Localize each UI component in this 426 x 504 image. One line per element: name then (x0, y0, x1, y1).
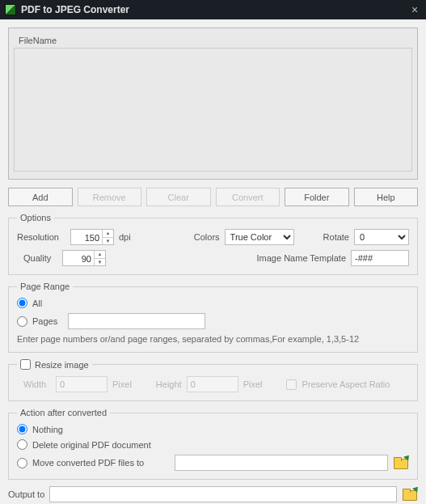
resize-height-unit: Pixel (243, 379, 263, 389)
file-list-panel: FileName (8, 28, 418, 180)
pagerange-pages-row[interactable]: Pages (17, 313, 409, 329)
resolution-input[interactable] (71, 230, 102, 246)
action-delete-radio[interactable] (17, 439, 27, 450)
pagerange-all-row[interactable]: All (17, 298, 409, 308)
close-icon[interactable]: × (408, 3, 421, 16)
preserve-aspect-checkbox (286, 379, 297, 390)
action-move-input[interactable] (175, 455, 388, 471)
action-group: Action after converted Nothing Delete or… (8, 408, 418, 480)
resize-width-unit: Pixel (112, 379, 132, 389)
browse-move-folder-icon[interactable] (393, 456, 409, 469)
pagerange-pages-label: Pages (32, 316, 63, 326)
pagerange-all-radio[interactable] (17, 298, 27, 308)
template-input[interactable] (351, 250, 409, 266)
preserve-aspect-label: Preserve Aspect Ratio (302, 379, 390, 389)
output-row: Output to (8, 486, 418, 502)
action-nothing-label: Nothing (32, 425, 63, 434)
action-delete-label: Delete original PDF document (32, 440, 151, 450)
browse-output-folder-icon[interactable] (402, 488, 418, 501)
titlebar: PDF to JPEG Converter × (0, 0, 426, 19)
action-nothing-row[interactable]: Nothing (17, 424, 409, 434)
spin-down-icon[interactable]: ▼ (103, 238, 113, 245)
resize-legend-label: Resize image (35, 360, 89, 370)
rotate-label: Rotate (323, 232, 349, 242)
action-delete-row[interactable]: Delete original PDF document (17, 439, 409, 450)
spin-up-icon[interactable]: ▲ (95, 251, 105, 259)
resolution-unit: dpi (119, 232, 131, 242)
rotate-select[interactable]: 0 (354, 229, 409, 245)
pagerange-legend: Page Range (17, 282, 73, 291)
resize-legend[interactable]: Resize image (17, 359, 92, 370)
pagerange-group: Page Range All Pages Enter page numbers … (8, 282, 418, 353)
remove-button: Remove (78, 188, 142, 206)
resize-height-input (187, 376, 238, 392)
colors-label: Colors (194, 232, 220, 242)
resize-width-label: Width (23, 379, 51, 389)
quality-label: Quality (23, 253, 57, 263)
quality-spinner[interactable]: ▲▼ (62, 250, 106, 266)
resize-width-input (56, 376, 108, 392)
folder-button[interactable]: Folder (285, 188, 349, 206)
file-list[interactable] (14, 49, 412, 172)
spin-down-icon[interactable]: ▼ (95, 259, 105, 266)
preserve-aspect-row: Preserve Aspect Ratio (286, 379, 390, 390)
app-icon (5, 4, 16, 15)
resize-checkbox[interactable] (20, 359, 31, 370)
action-move-row[interactable]: Move converted PDF files to (17, 455, 409, 471)
resize-height-label: Height (156, 379, 182, 389)
client-area: FileName Add Remove Clear Convert Folder… (0, 19, 426, 504)
clear-button: Clear (146, 188, 211, 206)
options-legend: Options (17, 213, 54, 222)
convert-button: Convert (216, 188, 280, 206)
add-button[interactable]: Add (8, 188, 73, 206)
resolution-spinner[interactable]: ▲▼ (70, 229, 114, 245)
window-title: PDF to JPEG Converter (21, 4, 408, 15)
template-label: Image Name Template (257, 253, 346, 263)
action-move-label: Move converted PDF files to (32, 458, 170, 468)
resize-group: Resize image Width Pixel Height Pixel Pr… (8, 359, 418, 401)
output-label: Output to (8, 489, 44, 499)
pagerange-pages-input[interactable] (68, 313, 205, 329)
help-button[interactable]: Help (354, 188, 419, 206)
file-list-header[interactable]: FileName (14, 33, 412, 49)
spin-up-icon[interactable]: ▲ (103, 230, 113, 238)
action-move-radio[interactable] (17, 458, 27, 468)
action-nothing-radio[interactable] (17, 424, 27, 434)
options-group: Options Resolution ▲▼ dpi Colors True Co… (8, 213, 418, 275)
button-row: Add Remove Clear Convert Folder Help (8, 188, 418, 206)
pagerange-hint: Enter page numbers or/and page ranges, s… (17, 334, 409, 344)
pagerange-all-label: All (32, 299, 42, 308)
action-legend: Action after converted (17, 408, 110, 417)
output-input[interactable] (49, 486, 397, 502)
colors-select[interactable]: True Color (225, 229, 294, 245)
quality-input[interactable] (63, 251, 94, 267)
resolution-label: Resolution (17, 232, 65, 242)
pagerange-pages-radio[interactable] (17, 316, 27, 327)
